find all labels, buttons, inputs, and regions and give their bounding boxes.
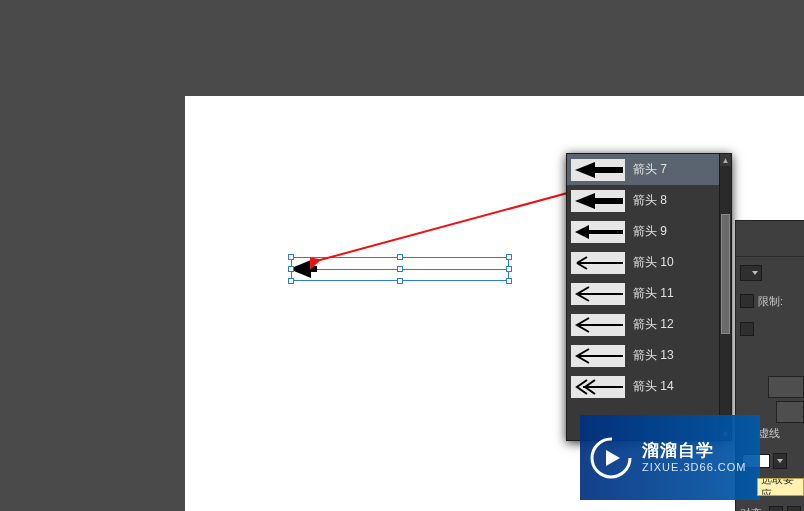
resize-handle[interactable] bbox=[397, 278, 403, 284]
svg-marker-3 bbox=[575, 193, 623, 209]
align-label: 对齐: bbox=[740, 506, 765, 512]
stroke-weight-dropdown[interactable] bbox=[740, 265, 762, 281]
arrowhead-option-label: 箭头 9 bbox=[633, 223, 667, 240]
svg-marker-4 bbox=[575, 225, 623, 239]
arrowhead-option[interactable]: 箭头 12 bbox=[567, 309, 719, 340]
resize-handle[interactable] bbox=[506, 254, 512, 260]
arrowhead-option-label: 箭头 11 bbox=[633, 285, 674, 302]
resize-handle[interactable] bbox=[506, 266, 512, 272]
arrowhead-option[interactable]: 箭头 11 bbox=[567, 278, 719, 309]
scroll-up-button[interactable]: ▲ bbox=[720, 154, 731, 166]
scroll-thumb[interactable] bbox=[721, 214, 730, 334]
play-triangle-icon bbox=[590, 437, 632, 479]
watermark-title: 溜溜自学 bbox=[642, 441, 746, 461]
corner-option[interactable] bbox=[740, 322, 754, 336]
arrowhead-option-label: 箭头 14 bbox=[633, 378, 674, 395]
scrollbar[interactable]: ▲ ▼ bbox=[719, 154, 731, 440]
arrowhead-option[interactable]: 箭头 10 bbox=[567, 247, 719, 278]
resize-handle[interactable] bbox=[288, 254, 294, 260]
arrowhead-option[interactable]: 箭头 9 bbox=[567, 216, 719, 247]
resize-handle[interactable] bbox=[288, 266, 294, 272]
arrowhead-list: 箭头 7箭头 8箭头 9箭头 10箭头 11箭头 12箭头 13箭头 14 bbox=[567, 154, 719, 440]
arrowhead-option[interactable]: 箭头 8 bbox=[567, 185, 719, 216]
arrowhead-option-label: 箭头 7 bbox=[633, 161, 667, 178]
arrowhead-preview-icon bbox=[571, 314, 625, 336]
svg-marker-13 bbox=[606, 450, 620, 466]
arrowhead-preview-icon bbox=[571, 376, 625, 398]
align-stroke-button[interactable] bbox=[768, 376, 804, 398]
arrowhead-option[interactable]: 箭头 7 bbox=[567, 154, 719, 185]
limit-label: 限制: bbox=[758, 294, 783, 309]
arrowhead-option[interactable]: 箭头 14 bbox=[567, 371, 719, 402]
dash-label: 虚线 bbox=[758, 426, 780, 441]
watermark: 溜溜自学 ZIXUE.3D66.COM bbox=[580, 415, 760, 500]
arrowhead-option[interactable]: 箭头 13 bbox=[567, 340, 719, 371]
arrowhead-option-label: 箭头 12 bbox=[633, 316, 674, 333]
arrowhead-preview-icon bbox=[571, 221, 625, 243]
arrowhead-preview-icon bbox=[571, 345, 625, 367]
arrowhead-preview-icon bbox=[571, 190, 625, 212]
arrowhead-option-label: 箭头 8 bbox=[633, 192, 667, 209]
resize-handle[interactable] bbox=[506, 278, 512, 284]
tooltip: 选取要应 bbox=[757, 478, 804, 496]
center-handle[interactable] bbox=[397, 266, 403, 272]
arrowhead-option-label: 箭头 13 bbox=[633, 347, 674, 364]
panel-header bbox=[736, 221, 804, 257]
watermark-url: ZIXUE.3D66.COM bbox=[642, 461, 746, 474]
svg-marker-2 bbox=[575, 162, 623, 178]
arrowhead-preview-icon bbox=[571, 159, 625, 181]
arrow-end-dropdown[interactable] bbox=[773, 453, 787, 469]
resize-handle[interactable] bbox=[288, 278, 294, 284]
tooltip-text: 选取要应 bbox=[761, 478, 800, 496]
cap-option[interactable] bbox=[740, 294, 754, 308]
arrowhead-dropdown[interactable]: 箭头 7箭头 8箭头 9箭头 10箭头 11箭头 12箭头 13箭头 14 ▲ … bbox=[566, 153, 732, 441]
selected-arrow-object[interactable] bbox=[291, 257, 509, 281]
align-option[interactable] bbox=[787, 506, 801, 511]
align-option[interactable] bbox=[769, 506, 783, 511]
arrowhead-preview-icon bbox=[571, 252, 625, 274]
resize-handle[interactable] bbox=[397, 254, 403, 260]
arrowhead-option-label: 箭头 10 bbox=[633, 254, 674, 271]
arrowhead-preview-icon bbox=[571, 283, 625, 305]
